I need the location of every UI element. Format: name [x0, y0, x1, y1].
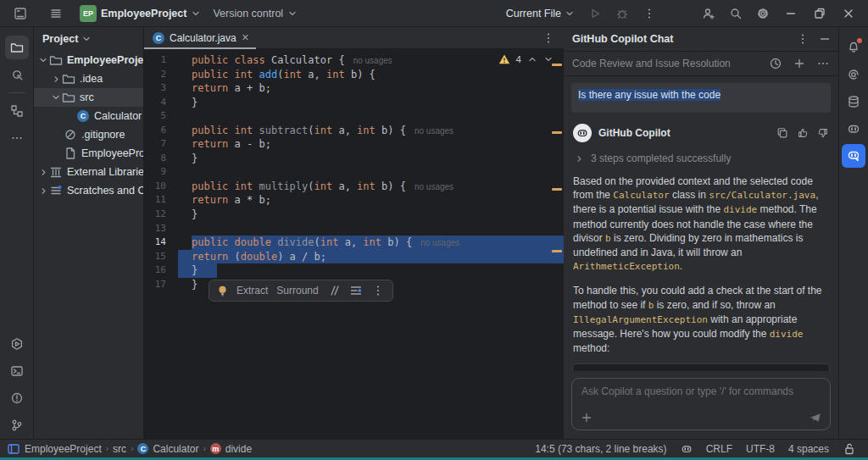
inspections-widget[interactable]: 4 [498, 53, 554, 65]
code-line-13[interactable]: 13 [144, 222, 564, 236]
line-number[interactable]: 15 [144, 250, 166, 264]
code-line-11[interactable]: 11 return a * b; [144, 193, 564, 208]
thumbs-up-icon[interactable] [797, 127, 809, 139]
extract-button[interactable]: Extract [236, 285, 268, 297]
debug-icon[interactable] [610, 3, 634, 25]
tree-item--gitignore[interactable]: .gitignore [34, 125, 143, 144]
window-close-button[interactable] [836, 3, 861, 25]
line-number[interactable]: 17 [144, 278, 166, 292]
layout-icon[interactable] [7, 442, 20, 456]
project-folder-icon[interactable] [5, 36, 29, 59]
project-panel-header[interactable]: Project [34, 27, 143, 51]
line-number[interactable]: 5 [144, 109, 166, 124]
line-ending-widget[interactable]: CRLF [706, 443, 732, 455]
line-number[interactable]: 12 [144, 208, 166, 222]
structure-icon[interactable] [5, 99, 29, 123]
code-line-7[interactable]: 7 return a - b; [144, 137, 564, 152]
run-configuration-selector[interactable]: Current File [501, 5, 580, 22]
surround-button[interactable]: Surround [276, 285, 318, 297]
encoding-widget[interactable]: UTF-8 [746, 443, 775, 455]
chevron-right-icon[interactable] [50, 73, 62, 85]
tree-item-scratches-and-consc[interactable]: Scratches and Consc [34, 181, 143, 200]
breadcrumb-class[interactable]: Calculator [153, 443, 198, 455]
copilot-icon[interactable] [842, 117, 865, 141]
tab-options-icon[interactable] [542, 31, 564, 45]
line-number[interactable]: 3 [144, 81, 166, 96]
toolbar-more-icon[interactable] [371, 284, 385, 297]
ai-assistant-icon[interactable] [842, 63, 865, 86]
main-menu-icon[interactable] [44, 3, 68, 25]
line-number[interactable]: 6 [144, 124, 166, 138]
tree-item-src[interactable]: src [34, 88, 143, 107]
thread-more-icon[interactable] [816, 57, 830, 70]
copy-response-icon[interactable] [776, 127, 788, 139]
breadcrumb-method[interactable]: divide [225, 443, 252, 455]
code-line-4[interactable]: 4 } [144, 96, 564, 110]
intention-bulb-icon[interactable] [217, 285, 228, 297]
thumbs-down-icon[interactable] [817, 127, 829, 139]
next-problem-icon[interactable] [543, 54, 554, 64]
window-restore-button[interactable] [807, 3, 832, 25]
database-icon[interactable] [842, 90, 865, 114]
line-number[interactable]: 7 [144, 137, 166, 152]
breadcrumb-src[interactable]: src [113, 443, 126, 455]
code-line-14[interactable]: 14 public double divide(int a, int b) {n… [144, 236, 564, 250]
line-number[interactable]: 11 [144, 193, 166, 208]
project-widget[interactable]: EP EmployeeProject [80, 5, 201, 22]
chevron-down-icon[interactable] [50, 91, 62, 103]
chat-options-icon[interactable] [796, 32, 810, 46]
more-actions-icon[interactable] [637, 3, 661, 25]
tree-item--idea[interactable]: .idea [34, 69, 143, 88]
line-number[interactable]: 1 [144, 53, 166, 68]
code-line-8[interactable]: 8 } [144, 152, 564, 166]
editor-tab-calculator[interactable]: C Calculator.java ✕ [144, 27, 256, 49]
search-everywhere-icon[interactable] [724, 3, 748, 25]
more-tools-icon[interactable] [5, 126, 29, 150]
chevron-right-icon[interactable] [37, 166, 49, 178]
code-line-5[interactable]: 5 [144, 109, 564, 124]
run-icon[interactable] [583, 3, 607, 25]
line-number[interactable]: 8 [144, 152, 166, 166]
commit-icon[interactable] [5, 63, 29, 86]
usages-inlay-hint[interactable]: no usages [406, 126, 453, 136]
notifications-icon[interactable] [842, 36, 865, 59]
copilot-status-icon[interactable] [681, 443, 693, 455]
comment-icon[interactable] [327, 284, 341, 297]
code-line-10[interactable]: 10 public int multiply(int a, int b) {no… [144, 180, 564, 194]
line-number[interactable]: 4 [144, 96, 166, 110]
line-number[interactable]: 14 [144, 236, 166, 250]
line-number[interactable]: 13 [144, 222, 166, 236]
usages-inlay-hint[interactable]: no usages [345, 56, 392, 65]
tree-item-employeeproject[interactable]: EmployeeProjectC:\ [34, 51, 143, 69]
tree-item-external-libraries[interactable]: External Libraries [34, 163, 143, 181]
version-control-icon[interactable] [5, 413, 29, 437]
usages-inlay-hint[interactable]: no usages [412, 238, 459, 247]
code-line-16[interactable]: 16 } [144, 263, 564, 278]
reformat-icon[interactable] [349, 284, 363, 297]
terminal-icon[interactable] [5, 359, 29, 383]
services-icon[interactable] [5, 332, 29, 356]
chat-input-field[interactable] [580, 384, 822, 407]
code-with-me-icon[interactable] [697, 3, 721, 25]
chevron-down-icon[interactable] [37, 54, 49, 66]
settings-gear-icon[interactable] [751, 3, 775, 25]
chat-hide-icon[interactable] [818, 32, 832, 46]
readonly-lock-icon[interactable] [843, 442, 856, 456]
new-chat-icon[interactable] [793, 57, 806, 70]
steps-summary[interactable]: 3 steps completed successfully [575, 152, 829, 164]
code-editor[interactable]: 4 1public class Calculator {no usages2 p… [144, 49, 564, 439]
chat-history-icon[interactable] [769, 57, 782, 70]
breadcrumb-project[interactable]: EmployeeProject [25, 443, 102, 455]
tree-item-employeeproject-i[interactable]: EmployeeProject.i [34, 144, 143, 163]
copilot-chat-icon[interactable] [842, 144, 865, 168]
line-number[interactable]: 2 [144, 68, 166, 82]
tab-close-icon[interactable]: ✕ [242, 32, 249, 43]
problems-icon[interactable] [5, 386, 29, 410]
line-number[interactable]: 16 [144, 263, 166, 278]
code-line-9[interactable]: 9 [144, 165, 564, 180]
caret-position-widget[interactable]: 14:5 (73 chars, 2 line breaks) [535, 443, 666, 455]
chevron-right-icon[interactable] [37, 185, 49, 197]
attach-context-icon[interactable] [580, 411, 593, 424]
send-message-icon[interactable] [809, 412, 822, 424]
code-line-6[interactable]: 6 public int subtract(int a, int b) {no … [144, 124, 564, 138]
